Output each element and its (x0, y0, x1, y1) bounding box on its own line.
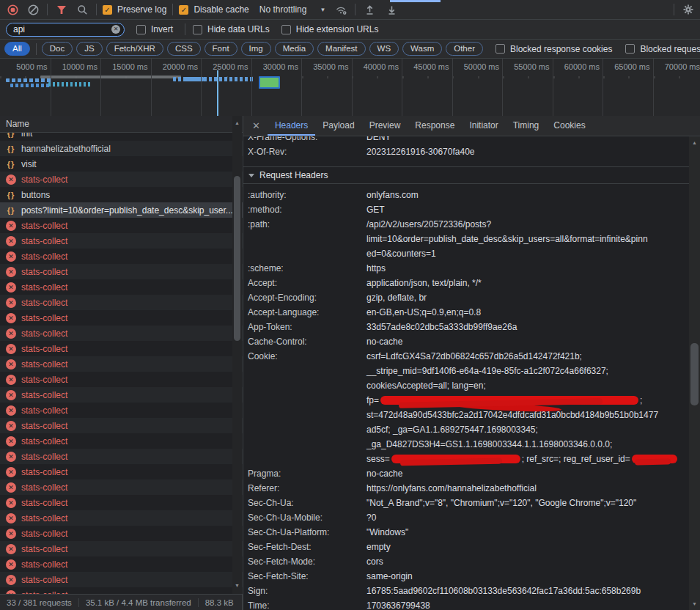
export-har-icon[interactable] (383, 1, 399, 18)
blocked-response-cookies-checkbox[interactable]: Blocked response cookies (495, 44, 612, 54)
request-row[interactable]: ✕stats-collect (0, 356, 243, 372)
tab-preview[interactable]: Preview (362, 116, 408, 136)
blocked-requests-checkbox[interactable]: Blocked requests (625, 44, 700, 54)
network-conditions-icon[interactable] (333, 1, 349, 18)
overview-tick-label: 30000 ms (246, 62, 298, 71)
hide-data-urls-checkbox[interactable]: Hide data URLs (193, 24, 270, 34)
request-row[interactable]: ✕stats-collect (0, 495, 243, 510)
request-row[interactable]: ✕stats-collect (0, 264, 243, 279)
request-row[interactable]: {}buttons (0, 187, 243, 202)
request-row[interactable]: ✕stats-collect (0, 449, 243, 464)
filter-icon[interactable] (54, 1, 70, 18)
request-row[interactable]: ✕stats-collect (0, 233, 243, 249)
scroll-up-icon[interactable]: ▲ (232, 120, 242, 125)
request-row[interactable]: ✕stats-collect (0, 526, 243, 541)
request-row[interactable]: ✕stats-collect (0, 387, 243, 403)
tab-timing[interactable]: Timing (506, 116, 547, 136)
header-name: :path: (248, 217, 366, 261)
clear-filter-icon[interactable]: ✕ (111, 25, 120, 34)
search-icon[interactable] (74, 1, 90, 18)
filter-pill-fetch-xhr[interactable]: Fetch/XHR (106, 42, 163, 56)
checkbox-label: Blocked response cookies (510, 44, 612, 54)
request-name: stats-collect (21, 498, 243, 508)
header-value: csrf=LdfcGX4Sa72db06824c657db26a5d142472… (366, 349, 689, 466)
request-row[interactable]: {}init (0, 133, 243, 141)
overview-tick-label: 40000 ms (347, 62, 399, 71)
scrollbar-thumb[interactable] (234, 176, 240, 341)
tab-headers[interactable]: Headers (268, 116, 315, 136)
request-row[interactable]: ✕stats-collect (0, 587, 243, 594)
request-row[interactable]: {}hannahelizabethofficial (0, 141, 243, 156)
request-name: buttons (21, 190, 243, 200)
request-headers-section[interactable]: Request Headers (243, 166, 689, 184)
close-icon[interactable]: ✕ (243, 120, 268, 131)
request-row[interactable]: ✕stats-collect (0, 372, 243, 387)
tab-initiator[interactable]: Initiator (462, 116, 505, 136)
import-har-icon[interactable] (361, 1, 377, 18)
header-value: 33d57ade8c02dbc5a333db99ff9ae26a (366, 320, 689, 334)
tab-payload[interactable]: Payload (315, 116, 361, 136)
invert-checkbox[interactable]: Invert (136, 24, 173, 34)
filter-pill-js[interactable]: JS (76, 42, 102, 56)
request-row[interactable]: ✕stats-collect (0, 464, 243, 479)
filter-pill-all[interactable]: All (4, 42, 30, 56)
error-icon: ✕ (6, 482, 16, 493)
filter-pill-ws[interactable]: WS (369, 42, 399, 56)
tab-cookies[interactable]: Cookies (546, 116, 592, 136)
preserve-log-checkbox[interactable]: ✓ Preserve log (103, 4, 166, 15)
request-row[interactable]: ✕stats-collect (0, 433, 243, 449)
filter-pill-img[interactable]: Img (241, 42, 271, 56)
request-name: stats-collect (21, 328, 243, 339)
filter-pill-font[interactable]: Font (205, 42, 237, 56)
filter-input[interactable]: api ✕ (6, 23, 125, 37)
request-row[interactable]: ✕stats-collect (0, 172, 243, 187)
name-column-header[interactable]: Name (0, 116, 243, 133)
scroll-down-icon[interactable]: ▼ (232, 583, 242, 588)
filter-input-value: api (13, 24, 111, 34)
filter-pill-css[interactable]: CSS (167, 42, 201, 56)
request-row[interactable]: ✕stats-collect (0, 218, 243, 233)
request-row[interactable]: {}visit (0, 156, 243, 172)
filter-pill-media[interactable]: Media (275, 42, 314, 56)
request-row[interactable]: ✕stats-collect (0, 279, 243, 295)
overview-waterfall-segment (10, 84, 51, 87)
throttling-select[interactable]: No throttling ▼ (259, 4, 326, 15)
request-row[interactable]: ✕stats-collect (0, 556, 243, 572)
header-row: :method:GET (243, 202, 689, 217)
request-row[interactable]: {}posts?limit=10&order=publish_date_desc… (0, 202, 243, 218)
request-row[interactable]: ✕stats-collect (0, 403, 243, 418)
request-row[interactable]: ✕stats-collect (0, 541, 243, 556)
scroll-up-icon[interactable]: ▲ (689, 140, 700, 145)
request-row[interactable]: ✕stats-collect (0, 479, 243, 495)
header-name: :method: (248, 202, 366, 217)
request-row[interactable]: ✕stats-collect (0, 572, 243, 587)
network-overview[interactable]: 5000 ms10000 ms15000 ms20000 ms25000 ms3… (0, 59, 700, 117)
tab-response[interactable]: Response (408, 116, 462, 136)
scrollbar-thumb[interactable] (690, 343, 699, 405)
hide-extension-urls-checkbox[interactable]: Hide extension URLs (281, 24, 379, 34)
request-name: stats-collect (21, 421, 243, 431)
request-row[interactable]: ✕stats-collect (0, 310, 243, 326)
disable-cache-checkbox[interactable]: ✓ Disable cache (179, 4, 248, 15)
disclosure-triangle-icon[interactable] (248, 174, 254, 177)
request-row[interactable]: ✕stats-collect (0, 249, 243, 264)
clear-icon[interactable] (25, 1, 41, 18)
overview-tick-label: 25000 ms (196, 62, 248, 71)
header-value: gzip, deflate, br (366, 290, 689, 305)
scroll-down-icon[interactable]: ▼ (689, 601, 700, 606)
error-icon: ✕ (6, 529, 16, 539)
request-list-scrollbar[interactable]: ▲ ▼ (232, 116, 242, 594)
filter-pill-other[interactable]: Other (446, 42, 483, 56)
filter-pill-doc[interactable]: Doc (42, 42, 73, 56)
details-scrollbar[interactable]: ▲ ▼ (689, 136, 700, 610)
json-icon: {} (6, 144, 16, 154)
request-row[interactable]: ✕stats-collect (0, 326, 243, 341)
request-row[interactable]: ✕stats-collect (0, 418, 243, 433)
record-icon[interactable] (4, 1, 21, 18)
request-row[interactable]: ✕stats-collect (0, 341, 243, 356)
request-row[interactable]: ✕stats-collect (0, 510, 243, 526)
request-row[interactable]: ✕stats-collect (0, 295, 243, 310)
filter-pill-wasm[interactable]: Wasm (402, 42, 442, 56)
settings-gear-icon[interactable] (680, 1, 696, 18)
filter-pill-manifest[interactable]: Manifest (317, 42, 365, 56)
